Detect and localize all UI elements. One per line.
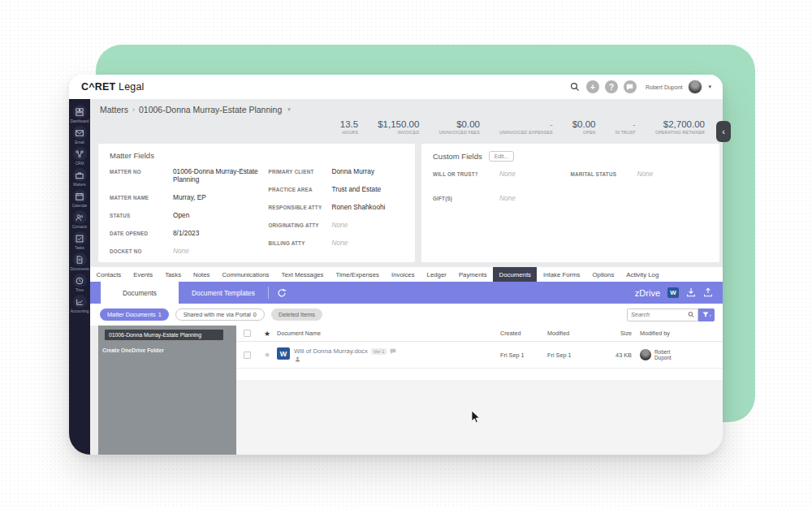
- matter-fields-card: Matter Fields MATTER NO 01006-Donna Murr…: [98, 144, 415, 262]
- caret-legal-logo: C^RET Legal: [81, 81, 145, 93]
- field-originating-atty: ORIGINATING ATTY None: [268, 221, 404, 229]
- add-button[interactable]: +: [586, 80, 599, 93]
- breadcrumb-caret-icon[interactable]: ▾: [287, 106, 291, 113]
- sidebar-item-dashboard[interactable]: Dashboard: [69, 105, 90, 123]
- filter-shared-portal[interactable]: Shared with me via Portal 0: [175, 308, 265, 321]
- tab-options[interactable]: Options: [586, 267, 620, 282]
- contacts-icon: [73, 210, 87, 224]
- sidebar-item-accounting[interactable]: Accounting: [69, 295, 90, 313]
- breadcrumb-section[interactable]: Matters: [100, 105, 128, 114]
- field-practice-area: PRACTICE AREA Trust and Estate: [268, 185, 404, 193]
- col-size[interactable]: Size: [603, 330, 640, 337]
- help-button[interactable]: ?: [605, 80, 618, 93]
- tab-documents[interactable]: Documents: [493, 267, 537, 282]
- tab-notes[interactable]: Notes: [188, 267, 216, 282]
- crm-icon: [73, 147, 87, 161]
- filter-matter-documents[interactable]: Matter Documents 1: [100, 308, 169, 321]
- star-column-header-icon[interactable]: ★: [257, 330, 277, 338]
- field-matter-name: MATTER NAME Murray, EP: [110, 193, 268, 201]
- user-menu-caret-icon[interactable]: ▾: [708, 84, 711, 90]
- col-created[interactable]: Created: [500, 330, 547, 337]
- field-billing-atty: BILLING ATTY None: [268, 239, 404, 247]
- stat-hours: 13.5 HOURS: [340, 119, 358, 135]
- tab-events[interactable]: Events: [127, 267, 159, 282]
- main-content: Matters › 01006-Donna Murray-Estate Plan…: [90, 99, 723, 455]
- tab-time-expenses[interactable]: Time/Expenses: [330, 267, 385, 282]
- sidebar-item-crm[interactable]: CRM: [69, 147, 90, 166]
- breadcrumb-current: 01006-Donna Murray-Estate Planning: [139, 105, 282, 114]
- app-titlebar: C^RET Legal + ? Robert Dupont ▾: [69, 75, 723, 99]
- filter-deleted-items[interactable]: Deleted Items: [271, 308, 322, 321]
- field-status: STATUS Open: [110, 211, 268, 219]
- download-icon[interactable]: [686, 286, 696, 300]
- tab-invoices[interactable]: Invoices: [385, 267, 421, 282]
- logo-bold: C^RET: [81, 81, 115, 93]
- comment-icon[interactable]: [390, 348, 396, 355]
- row-checkbox[interactable]: [244, 352, 251, 359]
- clock-icon: [73, 274, 87, 287]
- tab-communications[interactable]: Communications: [216, 267, 275, 282]
- row-star-icon[interactable]: ★: [257, 351, 277, 359]
- app-window: C^RET Legal + ? Robert Dupont ▾: [69, 75, 723, 455]
- documents-table-area: ★ Document Name Created Modified Size Mo…: [236, 326, 723, 455]
- document-name[interactable]: Will of Donna Murray.docx: [294, 347, 368, 355]
- stat-invoiced: $1,150.00 INVOICED: [378, 119, 419, 135]
- field-marital-status: MARITAL STATUS None: [571, 170, 709, 178]
- field-gifts: GIFT(S) None: [433, 194, 571, 202]
- tab-activity-log[interactable]: Activity Log: [620, 267, 665, 282]
- tab-intake-forms[interactable]: Intake Forms: [537, 267, 586, 282]
- logo-rest: Legal: [119, 81, 145, 93]
- row-modified-by: Robert Dupont: [640, 349, 718, 361]
- search-icon[interactable]: [570, 82, 581, 93]
- sidebar-item-time[interactable]: Time: [69, 274, 90, 292]
- table-row[interactable]: ★ W Will of Donna Murray.docx Ver 1: [236, 342, 723, 369]
- titlebar-actions: + ? Robert Dupont ▾: [570, 80, 711, 94]
- chat-button[interactable]: [624, 80, 637, 93]
- chevron-left-icon: ‹: [722, 127, 725, 136]
- tab-tasks[interactable]: Tasks: [159, 267, 188, 282]
- create-onedrive-folder-link[interactable]: Create OneDrive Folder: [98, 340, 236, 360]
- stat-in-trust: - IN TRUST: [615, 119, 636, 135]
- sidebar-item-email[interactable]: Email: [69, 126, 90, 145]
- tab-payments[interactable]: Payments: [452, 267, 493, 282]
- calendar-icon: [73, 189, 87, 203]
- col-modified-by[interactable]: Modified by: [640, 330, 718, 337]
- folder-tree: 01006-Donna Murray-Estate Planning Creat…: [98, 326, 236, 455]
- col-modified[interactable]: Modified: [547, 330, 603, 337]
- stat-uninvoiced-expenses: - UNINVOICED EXPENSES: [499, 119, 553, 135]
- field-primary-client: PRIMARY CLIENT Donna Murray: [268, 167, 404, 175]
- sidebar-item-contacts[interactable]: Contacts: [69, 210, 90, 229]
- col-document-name[interactable]: Document Name: [277, 330, 500, 337]
- filter-funnel-button[interactable]: ›: [698, 308, 715, 321]
- zdrive-label: zDrive: [635, 288, 660, 298]
- upload-icon[interactable]: [703, 286, 713, 300]
- sidebar-item-tasks[interactable]: Tasks: [69, 231, 90, 250]
- collapse-panel-handle[interactable]: ‹: [716, 121, 731, 142]
- tab-text-messages[interactable]: Text Messages: [275, 267, 330, 282]
- tasks-icon: [73, 231, 87, 245]
- sidebar-item-documents[interactable]: Documents: [69, 252, 90, 271]
- edit-custom-fields-button[interactable]: Edit...: [489, 151, 514, 162]
- custom-fields-card: Custom Fields Edit... WILL OR TRUST? Non…: [421, 144, 719, 262]
- breadcrumb: Matters › 01006-Donna Murray-Estate Plan…: [90, 99, 723, 114]
- refresh-icon[interactable]: [277, 282, 287, 304]
- search-input[interactable]: [631, 311, 688, 318]
- word-app-icon[interactable]: W: [667, 287, 679, 298]
- document-templates-subtab[interactable]: Document Templates: [179, 282, 268, 304]
- tab-contacts[interactable]: Contacts: [90, 267, 127, 282]
- matter-fields-title: Matter Fields: [110, 151, 404, 160]
- user-name: Robert Dupont: [646, 84, 683, 90]
- tab-ledger[interactable]: Ledger: [421, 267, 452, 282]
- folder-tree-selected-item[interactable]: 01006-Donna Murray-Estate Planning: [105, 330, 223, 340]
- select-all-checkbox[interactable]: [244, 330, 251, 337]
- matter-tabs: Contacts Events Tasks Notes Communicatio…: [90, 267, 723, 282]
- field-will-or-trust: WILL OR TRUST? None: [433, 170, 571, 178]
- field-date-opened: DATE OPENED 8/1/2023: [110, 229, 268, 237]
- documents-table-header: ★ Document Name Created Modified Size Mo…: [236, 326, 723, 342]
- filter-count: 0: [253, 311, 257, 318]
- documents-subtab[interactable]: Documents: [101, 282, 179, 304]
- documents-filter-bar: Matter Documents 1 Shared with me via Po…: [90, 304, 723, 326]
- sidebar-item-calendar[interactable]: Calendar: [69, 189, 90, 208]
- user-avatar[interactable]: [688, 80, 702, 94]
- sidebar-item-matters[interactable]: Matters: [69, 168, 90, 187]
